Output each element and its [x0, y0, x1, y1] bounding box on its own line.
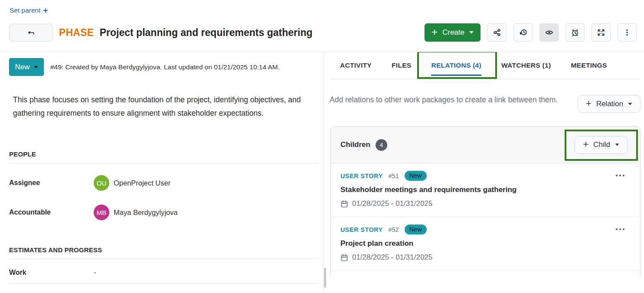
accountable-label: Accountable [9, 208, 94, 216]
scrollbar-thumb[interactable] [324, 268, 326, 288]
back-icon [26, 28, 36, 37]
add-child-label: Child [593, 140, 610, 149]
set-parent-label: Set parent [10, 7, 41, 14]
share-icon [493, 28, 501, 37]
create-button[interactable]: + Create [425, 23, 481, 42]
children-card: Children 4 + Child USER STORY #51 New [330, 126, 641, 277]
plus-icon: + [583, 140, 588, 148]
children-count-badge: 4 [376, 139, 387, 151]
chevron-down-icon [469, 31, 474, 34]
avatar: MB [94, 205, 109, 220]
status-label: New [15, 63, 29, 72]
work-package-details-panel: New #49: Created by Maya Berdygylyjova. … [0, 52, 324, 292]
tab-activity[interactable]: ACTIVITY [340, 62, 372, 69]
work-value[interactable]: - [94, 268, 96, 277]
more-actions-button[interactable] [618, 23, 637, 42]
child-work-package-row: USER STORY #52 New Project plan creation… [331, 217, 640, 271]
watch-eye-icon [545, 28, 554, 37]
add-relation-button[interactable]: + Relation [578, 95, 641, 113]
work-package-id: #51 [388, 173, 399, 179]
status-dropdown[interactable]: New [9, 58, 44, 76]
row-more-actions-button[interactable] [614, 173, 626, 178]
tab-meetings[interactable]: MEETINGS [571, 62, 607, 69]
baseline-comparison-button[interactable] [513, 23, 533, 42]
description-field[interactable]: This phase focuses on setting the founda… [13, 93, 314, 120]
chevron-down-icon [628, 103, 632, 105]
assignee-row: Assignee OU OpenProject User [9, 175, 323, 191]
accountable-row: Accountable MB Maya Berdygylyjova [9, 205, 323, 220]
work-package-type[interactable]: PHASE [59, 27, 94, 39]
plus-icon: + [432, 28, 438, 36]
reminder-button[interactable] [566, 23, 585, 42]
chevron-down-icon [34, 66, 38, 68]
accountable-value[interactable]: MB Maya Berdygylyjova [94, 205, 178, 220]
chevron-down-icon [615, 143, 619, 146]
assignee-name: OpenProject User [114, 179, 170, 187]
row-more-actions-button[interactable] [614, 227, 626, 232]
relations-panel: ACTIVITY FILES RELATIONS (4) WATCHERS (1… [324, 52, 644, 292]
work-label: Work [9, 269, 94, 277]
fullscreen-icon [597, 28, 605, 37]
plus-icon: + [43, 7, 48, 13]
child-title-link[interactable]: Project plan creation [340, 239, 631, 248]
calendar-icon [340, 254, 348, 262]
fullscreen-button[interactable] [592, 23, 611, 42]
page-title[interactable]: Project planning and requirements gather… [100, 27, 313, 39]
assignee-label: Assignee [9, 179, 94, 187]
tab-relations-label: RELATIONS (4) [431, 62, 481, 69]
avatar: OU [94, 175, 109, 191]
estimates-section-heading: ESTIMATES AND PROGRESS [9, 246, 319, 259]
child-work-package-row [331, 271, 640, 277]
children-card-header: Children 4 + Child [331, 127, 640, 163]
baseline-history-icon [519, 28, 528, 37]
tab-bar: ACTIVITY FILES RELATIONS (4) WATCHERS (1… [330, 52, 641, 79]
date-range: 01/28/2025 - 01/31/2025 [352, 253, 432, 262]
work-package-header: PHASE Project planning and requirements … [0, 23, 644, 42]
add-relation-label: Relation [596, 100, 623, 108]
children-title: Children [340, 140, 370, 149]
status-badge: New [405, 171, 427, 181]
set-parent-row: Set parent + [0, 0, 644, 14]
work-package-type-label: USER STORY [340, 226, 382, 233]
child-work-package-row: USER STORY #51 New Stakeholder meetings … [331, 163, 640, 217]
tab-watchers[interactable]: WATCHERS (1) [501, 62, 551, 69]
tab-relations[interactable]: RELATIONS (4) [431, 62, 481, 69]
watch-button[interactable] [539, 23, 559, 42]
child-title-link[interactable]: Stakeholder meetings and requirements ga… [340, 186, 631, 194]
assignee-value[interactable]: OU OpenProject User [94, 175, 170, 191]
status-badge: New [405, 225, 427, 234]
active-tab-underline [431, 75, 481, 76]
add-child-button[interactable]: + Child [575, 136, 628, 154]
more-kebab-icon [623, 28, 631, 37]
share-button[interactable] [487, 23, 507, 42]
create-button-label: Create [442, 28, 464, 37]
tab-files[interactable]: FILES [392, 62, 411, 69]
work-package-id: #52 [388, 226, 399, 233]
reminder-alarm-icon [571, 28, 579, 37]
date-range: 01/28/2025 - 01/31/2025 [352, 199, 432, 208]
back-button[interactable] [9, 24, 53, 42]
work-row: Work - [9, 268, 319, 284]
plus-icon: + [586, 100, 592, 107]
work-package-type-label: USER STORY [340, 173, 382, 179]
creation-meta-text: #49: Created by Maya Berdygylyjova. Last… [50, 63, 280, 71]
set-parent-link[interactable]: Set parent + [10, 7, 48, 14]
calendar-icon [340, 200, 348, 208]
accountable-name: Maya Berdygylyjova [114, 208, 178, 217]
relations-hint-text: Add relations to other work packages to … [330, 94, 566, 113]
people-section-heading: PEOPLE [9, 150, 319, 163]
